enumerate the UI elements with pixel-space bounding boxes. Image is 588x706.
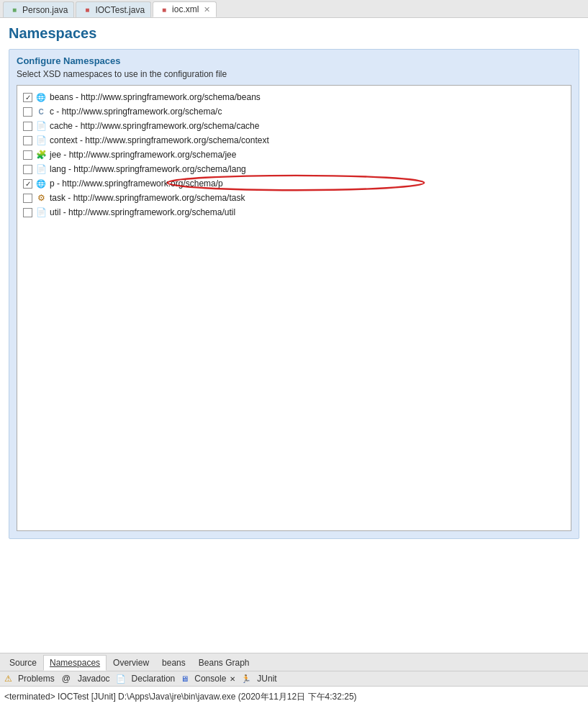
bottom-tab-namespaces-label: Namespaces	[50, 658, 100, 668]
page-title: Namespaces	[9, 25, 579, 42]
tab-person-java-label: Person.java	[22, 5, 68, 15]
tab-ioctest-java-label: IOCTest.java	[95, 5, 145, 15]
namespace-icon-c: C	[35, 106, 47, 117]
namespace-text-lang: lang - http://www.springframework.org/sc…	[50, 164, 246, 174]
configure-panel: Configure Namespaces Select XSD namespac…	[9, 49, 579, 539]
person-java-icon: ■	[9, 5, 19, 15]
namespace-checkbox-cache[interactable]	[23, 122, 32, 131]
tab-ioc-xml-close[interactable]: ✕	[204, 5, 210, 14]
namespace-checkbox-util[interactable]	[23, 208, 32, 217]
namespace-icon-lang: 📄	[35, 163, 47, 175]
configure-description: Select XSD namespaces to use in the conf…	[17, 69, 571, 79]
bottom-tab-source-label: Source	[9, 658, 37, 668]
status-tab-declaration[interactable]: Declaration	[129, 673, 178, 684]
namespace-checkbox-lang[interactable]	[23, 165, 32, 174]
status-tab-problems[interactable]: Problems	[15, 673, 58, 684]
editor-tab-bar: ■ Person.java ■ IOCTest.java ■ ioc.xml ✕	[0, 0, 588, 18]
namespace-checkbox-task[interactable]	[23, 194, 32, 203]
declaration-icon: 📄	[116, 674, 126, 684]
console-panel: <terminated> IOCTest [JUnit] D:\Apps\Jav…	[0, 686, 588, 706]
namespace-checkbox-context[interactable]	[23, 136, 32, 145]
bottom-tab-namespaces[interactable]: Namespaces	[43, 655, 107, 671]
namespace-text-util: util - http://www.springframework.org/sc…	[50, 207, 235, 217]
bottom-tab-overview[interactable]: Overview	[107, 655, 155, 671]
namespace-icon-jee: 🧩	[35, 149, 47, 160]
javadoc-label: Javadoc	[78, 674, 110, 684]
bottom-tab-source[interactable]: Source	[3, 655, 43, 671]
namespace-text-beans: beans - http://www.springframework.org/s…	[50, 92, 261, 102]
tab-person-java[interactable]: ■ Person.java	[3, 1, 74, 17]
app-layout: ■ Person.java ■ IOCTest.java ■ ioc.xml ✕…	[0, 0, 588, 706]
namespace-icon-context: 📄	[35, 135, 47, 146]
bottom-tab-beans-label: beans	[162, 658, 186, 668]
namespace-icon-cache: 📄	[35, 120, 47, 132]
namespace-item-p[interactable]: 🌐 p - http://www.springframework.org/sch…	[20, 176, 568, 191]
namespace-text-p: p - http://www.springframework.org/schem…	[50, 178, 223, 189]
status-tab-bar: ⚠ Problems @ Javadoc 📄 Declaration 🖥 Con…	[0, 671, 588, 686]
namespace-text-cache: cache - http://www.springframework.org/s…	[50, 121, 259, 131]
namespace-item-util[interactable]: 📄 util - http://www.springframework.org/…	[20, 205, 568, 220]
console-output: <terminated> IOCTest [JUnit] D:\Apps\Jav…	[4, 689, 584, 703]
junit-icon: 🏃	[241, 674, 251, 684]
namespace-item-task[interactable]: ⚙ task - http://www.springframework.org/…	[20, 191, 568, 205]
configure-title: Configure Namespaces	[17, 55, 571, 66]
bottom-tab-beans[interactable]: beans	[155, 655, 192, 671]
tab-ioc-xml-label: ioc.xml	[172, 4, 199, 14]
namespace-icon-util: 📄	[35, 207, 47, 218]
ioc-xml-icon: ■	[159, 4, 169, 14]
namespace-checkbox-beans[interactable]	[23, 93, 32, 102]
namespace-text-jee: jee - http://www.springframework.org/sch…	[50, 150, 236, 160]
tab-ioctest-java[interactable]: ■ IOCTest.java	[76, 1, 151, 17]
namespace-checkbox-c[interactable]	[23, 107, 32, 117]
namespace-text-task: task - http://www.springframework.org/sc…	[50, 193, 245, 203]
tab-ioc-xml[interactable]: ■ ioc.xml ✕	[153, 1, 217, 17]
status-tab-console[interactable]: Console ✕	[191, 673, 238, 684]
console-close-icon[interactable]: ✕	[230, 675, 235, 683]
ioctest-java-icon: ■	[82, 5, 92, 15]
console-label: Console	[194, 674, 226, 684]
bottom-tab-beans-graph-label: Beans Graph	[199, 658, 250, 668]
editor-bottom-tab-bar: Source Namespaces Overview beans Beans G…	[0, 653, 588, 671]
problems-icon: ⚠	[4, 674, 12, 684]
namespace-list: 🌐 beans - http://www.springframework.org…	[17, 85, 571, 531]
namespace-item-context[interactable]: 📄 context - http://www.springframework.o…	[20, 133, 568, 148]
declaration-label: Declaration	[132, 674, 176, 684]
namespace-checkbox-jee[interactable]	[23, 150, 32, 160]
namespace-item-c[interactable]: C c - http://www.springframework.org/sch…	[20, 104, 568, 119]
junit-label: JUnit	[257, 674, 276, 684]
status-tab-junit[interactable]: JUnit	[254, 673, 279, 684]
bottom-tab-overview-label: Overview	[113, 658, 149, 668]
main-content-area: Namespaces Configure Namespaces Select X…	[0, 18, 588, 653]
namespace-item-jee[interactable]: 🧩 jee - http://www.springframework.org/s…	[20, 148, 568, 162]
namespace-checkbox-p[interactable]	[23, 179, 32, 189]
problems-label: Problems	[18, 674, 55, 684]
namespace-item-beans[interactable]: 🌐 beans - http://www.springframework.org…	[20, 90, 568, 104]
namespace-item-cache[interactable]: 📄 cache - http://www.springframework.org…	[20, 119, 568, 133]
namespace-icon-p: 🌐	[35, 178, 47, 189]
console-icon: 🖥	[181, 674, 189, 683]
namespace-text-c: c - http://www.springframework.org/schem…	[50, 107, 222, 117]
bottom-tab-beans-graph[interactable]: Beans Graph	[192, 655, 256, 671]
namespace-item-lang[interactable]: 📄 lang - http://www.springframework.org/…	[20, 162, 568, 176]
status-tab-javadoc[interactable]: Javadoc	[75, 673, 113, 684]
namespace-icon-task: ⚙	[35, 192, 47, 204]
namespace-icon-beans: 🌐	[35, 91, 47, 103]
namespace-text-context: context - http://www.springframework.org…	[50, 135, 269, 145]
